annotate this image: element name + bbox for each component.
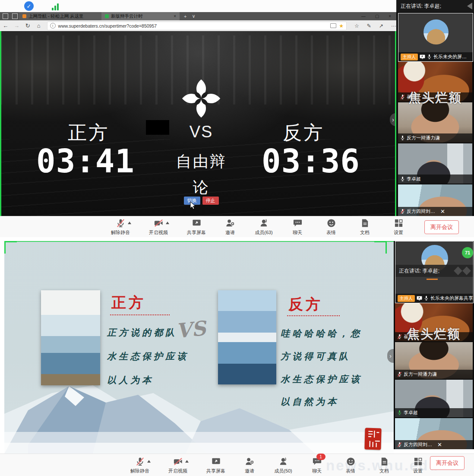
mountain-artwork xyxy=(4,380,394,454)
participant-label: 主持人 长乐未央的屏幕共享 xyxy=(395,294,473,303)
participant-tile[interactable]: 崔霆予 xyxy=(398,62,472,102)
participant-name: 长乐未央的屏… xyxy=(433,54,467,60)
shared-video-box xyxy=(146,120,169,135)
tab-list-icon[interactable]: ∨ xyxy=(192,13,195,19)
con-timer: 03:36 xyxy=(259,143,363,180)
minimize-icon[interactable]: — xyxy=(361,14,366,19)
participant-tile[interactable]: 反方四辩刘… ✕ xyxy=(398,184,472,216)
emoji-button[interactable]: 表情 xyxy=(319,218,344,236)
participant-tile-host[interactable]: 正在讲话: 李卓超; 主持人 长乐未央的屏幕共享 xyxy=(395,241,474,303)
camera-options-caret[interactable] xyxy=(166,222,169,224)
vs-label: VS xyxy=(181,123,221,141)
slide-pro-line: 以人为本 xyxy=(107,374,154,386)
participants-panel-top: 正在讲话: 李卓超; 主持人 长乐未央的屏… 崔霆予 焦头烂额 xyxy=(396,0,474,216)
window-icon[interactable] xyxy=(3,13,8,19)
settings-grid-icon xyxy=(413,457,423,466)
pro-timer: 03:41 xyxy=(34,143,137,180)
leave-meeting-button[interactable]: 离开会议 xyxy=(424,220,459,234)
invite-button[interactable]: 邀请 xyxy=(218,218,243,236)
mic-muted-icon xyxy=(397,442,402,447)
close-icon[interactable]: ✕ xyxy=(440,208,445,215)
participant-tile[interactable]: 反方一辩潘力谦 xyxy=(395,342,473,379)
start-video-button[interactable]: 开启视频 xyxy=(165,456,190,474)
new-tab-icon[interactable]: + xyxy=(184,14,186,19)
back-icon[interactable]: ← xyxy=(0,22,11,29)
meeting-toolbar-top: 解除静音 开启视频 共享屏幕 邀请 成员(63) 聊天 xyxy=(0,216,474,237)
favorite-star-icon[interactable]: ★ xyxy=(339,23,344,29)
url-field[interactable]: i www.superdebaters.cn/supertimer?code=8… xyxy=(47,22,347,30)
slide-con-title: 反方 xyxy=(288,295,323,314)
settings-button[interactable]: 设置 xyxy=(386,218,411,236)
speaking-status-bar: 正在讲话: 李卓超; xyxy=(396,0,474,12)
share-screen-button[interactable]: 共享屏幕 xyxy=(184,218,209,236)
logo-decoration xyxy=(462,267,471,275)
participant-tile[interactable]: 反方四辩刘… ✕ xyxy=(395,418,473,449)
tab-navigation[interactable]: 上网导航 - 轻松上网 从这里 xyxy=(19,12,101,20)
mic-muted-icon xyxy=(135,457,145,466)
pro-side-label: 正方 xyxy=(52,120,125,146)
more-menu-icon[interactable]: ··· xyxy=(391,23,396,29)
start-video-button[interactable]: 开启视频 xyxy=(146,218,171,236)
slide-underline xyxy=(110,314,170,315)
members-button[interactable]: 成员(50) xyxy=(271,456,296,474)
participant-name: 反方一辩潘力谦 xyxy=(407,135,440,141)
tab-favicon xyxy=(105,14,109,18)
collapse-panel-handle[interactable]: › xyxy=(387,349,394,363)
mic-muted-icon xyxy=(116,218,126,228)
camera-options-caret[interactable] xyxy=(185,460,189,463)
unmute-button[interactable]: 解除静音 xyxy=(108,218,133,236)
mic-options-caret[interactable] xyxy=(128,222,131,224)
close-icon[interactable]: ✕ xyxy=(437,441,442,448)
mic-on-icon xyxy=(400,176,405,182)
browser-tab-bar: 上网导航 - 轻松上网 从这里 新版辩手云计时 × + ∨ — ▢ × xyxy=(0,12,396,20)
site-info-icon[interactable]: i xyxy=(50,23,56,29)
participant-name: 反方四辩刘… xyxy=(407,208,435,215)
shared-slide: 正方 正方说的都队 水生态保护应该 以人为本 VS 反方 哇哈哈哈哈，您 方说得… xyxy=(4,241,394,454)
reading-view-icon[interactable] xyxy=(330,23,336,28)
flower-logo-icon xyxy=(181,79,221,118)
participant-tile[interactable]: 李卓超 xyxy=(395,380,473,417)
security-shield-icon[interactable]: ✓ xyxy=(24,1,34,11)
participant-tile[interactable]: 李卓超 xyxy=(398,143,472,184)
slide-pro-title: 正方 xyxy=(111,293,146,313)
forward-icon[interactable]: → xyxy=(11,22,22,29)
participant-name: 李卓超 xyxy=(407,176,421,182)
share-icon[interactable]: ↗ xyxy=(379,23,383,29)
close-tab-icon[interactable]: × xyxy=(174,14,176,19)
members-icon xyxy=(278,457,288,466)
participant-label: 反方一辩潘力谦 xyxy=(398,133,472,143)
document-icon xyxy=(360,218,370,228)
network-signal-icon[interactable] xyxy=(52,3,59,10)
invite-button[interactable]: 邀请 xyxy=(237,456,262,474)
participant-name: 崔霆予 xyxy=(404,333,418,340)
annotate-pen-icon[interactable]: ✎ xyxy=(367,23,371,29)
participant-name: 李卓超 xyxy=(404,409,418,416)
stop-button[interactable]: 停止 xyxy=(202,197,219,205)
mic-on-icon xyxy=(400,135,405,141)
home-icon[interactable]: ⌂ xyxy=(33,22,44,29)
close-window-icon[interactable]: × xyxy=(389,14,391,19)
participant-tile[interactable]: 崔霆予 xyxy=(395,303,473,341)
mic-options-caret[interactable] xyxy=(147,460,151,463)
speaking-status-bar: 正在讲话: 李卓超; xyxy=(395,265,473,277)
participant-label: 反方四辩刘… ✕ xyxy=(398,207,472,216)
tab-debate-timer[interactable]: 新版辩手云计时 × xyxy=(101,12,180,20)
meeting-toolbar-bottom: news.whu.edu 解除静音 开启视频 共享屏幕 邀请 成员(50) xyxy=(0,454,474,476)
favorites-hub-icon[interactable]: ☆ xyxy=(354,23,359,29)
unmute-button[interactable]: 解除静音 xyxy=(127,456,152,474)
slide-con-line: 方说得可真队 xyxy=(281,350,351,362)
participant-tile-host[interactable]: 主持人 长乐未央的屏… xyxy=(398,13,473,62)
tab-label: 新版辩手云计时 xyxy=(111,13,143,19)
window-icon[interactable] xyxy=(12,13,18,19)
participant-label: 反方一辩潘力谦 xyxy=(395,370,473,379)
members-button[interactable]: 成员(63) xyxy=(251,218,276,236)
chat-button[interactable]: 聊天 xyxy=(285,218,310,236)
participant-tile[interactable]: 反方一辩潘力谦 xyxy=(398,102,472,143)
refresh-icon[interactable]: ↻ xyxy=(22,22,33,29)
leave-meeting-button[interactable]: 离开会议 xyxy=(430,456,465,470)
docs-button[interactable]: 文档 xyxy=(352,218,377,236)
share-screen-button[interactable]: 共享屏幕 xyxy=(203,456,228,474)
share-border-corner xyxy=(4,241,17,254)
stage-name-line1: 自由辩 xyxy=(164,151,238,172)
maximize-icon[interactable]: ▢ xyxy=(375,14,379,19)
